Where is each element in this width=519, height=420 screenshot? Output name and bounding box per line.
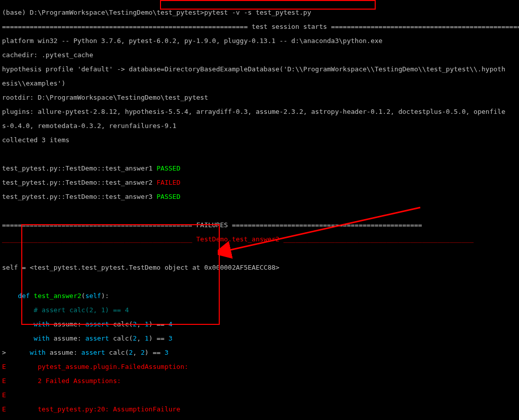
- blank-line: [2, 207, 517, 215]
- code-comment: # assert calc(2, 1) == 4: [2, 306, 517, 314]
- code-def: def test_answer2(self):: [2, 292, 517, 300]
- cachedir-line: cachedir: .pytest_cache: [2, 51, 517, 59]
- failure-title-rule: ________________________________________…: [2, 235, 517, 243]
- e-plugin2: E 2 Failed Assumptions:: [2, 377, 517, 385]
- blank-line: [2, 278, 517, 285]
- code-with-2: with assume: assert calc(2, 1) == 3: [2, 334, 517, 342]
- code-with-1: with assume: assert calc(2, 1) == 4: [2, 320, 517, 328]
- code-with-3: > with assume: assert calc(2, 2) == 3: [2, 349, 517, 356]
- test-result-3: test_pytest.py::TestDemo::test_answer3 P…: [2, 193, 517, 200]
- session-header-rule: ========================================…: [2, 23, 517, 30]
- collected-line: collected 3 items: [2, 136, 517, 144]
- prompt: (base) D:\ProgramWorkspace\TestingDemo\t…: [2, 9, 204, 16]
- e-blank: E: [2, 391, 517, 399]
- terminal-output: (base) D:\ProgramWorkspace\TestingDemo\t…: [2, 9, 517, 16]
- blank-line: [2, 150, 517, 158]
- rootdir-line: rootdir: D:\ProgramWorkspace\TestingDemo…: [2, 94, 517, 101]
- test-result-2: test_pytest.py::TestDemo::test_answer2 F…: [2, 179, 517, 186]
- command: pytest -v -s test_pytest.py: [204, 9, 311, 16]
- e-plugin1: E pytest_assume.plugin.FailedAssumption:: [2, 363, 517, 370]
- hypothesis-line1: hypothesis profile 'default' -> database…: [2, 65, 517, 73]
- self-repr: self = <test_pytest.test_pytest.TestDemo…: [2, 264, 517, 271]
- test-result-1: test_pytest.py::TestDemo::test_answer1 P…: [2, 164, 517, 172]
- e-af1: E test_pytest.py:20: AssumptionFailure: [2, 405, 517, 413]
- platform-line: platform win32 -- Python 3.7.6, pytest-6…: [2, 37, 517, 45]
- failures-rule: ========================================…: [2, 221, 517, 229]
- plugins-line2: s-0.4.0, remotedata-0.3.2, rerunfailures…: [2, 122, 517, 130]
- blank-line: [2, 249, 517, 257]
- hypothesis-line2: esis\\examples'): [2, 79, 517, 87]
- plugins-line1: plugins: allure-pytest-2.8.12, hypothesi…: [2, 108, 517, 115]
